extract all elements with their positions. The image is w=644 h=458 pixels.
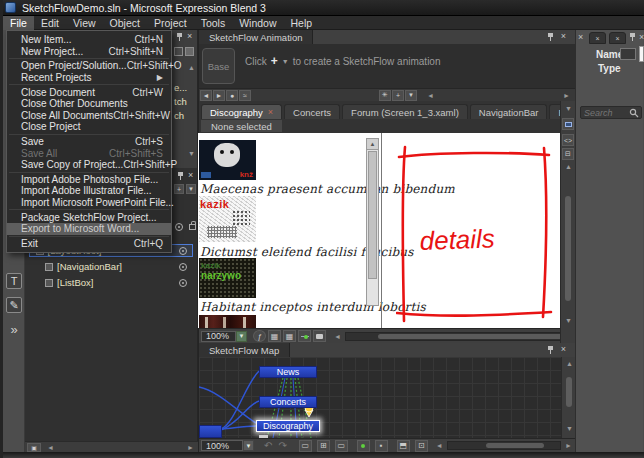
play-icon[interactable]: ►: [213, 90, 225, 101]
menu-view[interactable]: View: [66, 16, 103, 30]
pan-mode-icon[interactable]: [357, 440, 370, 452]
pin-icon[interactable]: [176, 33, 183, 42]
menu-item-close-document[interactable]: Close DocumentCtrl+W: [7, 86, 171, 98]
close-icon[interactable]: ×: [187, 32, 192, 41]
menu-tools[interactable]: Tools: [194, 16, 233, 30]
keyframe-icon[interactable]: ✳: [379, 90, 391, 101]
scroll-left-icon[interactable]: ◄: [334, 333, 341, 340]
dropdown-icon[interactable]: ▼: [186, 184, 196, 194]
menu-window[interactable]: Window: [232, 16, 283, 30]
artboard[interactable]: knž Maecenas praesent accumsan bibendum …: [198, 133, 560, 328]
add-animation-plus-icon[interactable]: +: [271, 54, 278, 68]
close-icon[interactable]: ×: [561, 32, 566, 41]
scrollbar-thumb[interactable]: [378, 334, 568, 339]
layout-grid-icon[interactable]: ⊡: [415, 440, 428, 452]
close-icon[interactable]: ×: [561, 345, 566, 354]
map-node-discography[interactable]: Discography: [256, 420, 320, 432]
effects-toggle-icon[interactable]: ƒ: [253, 330, 266, 342]
tab-concerts[interactable]: Concerts: [284, 104, 340, 119]
scrollbar-thumb[interactable]: [486, 443, 544, 448]
pin-icon[interactable]: [547, 33, 554, 42]
tree-item-listbox[interactable]: [ListBox]: [29, 276, 193, 289]
name-input[interactable]: [620, 48, 636, 60]
menu-project[interactable]: Project: [147, 16, 194, 30]
tab-forum[interactable]: Forum (Screen 1_3.xaml): [342, 104, 468, 119]
close-icon[interactable]: ×: [188, 171, 193, 180]
map-hscrollbar[interactable]: [447, 441, 561, 450]
view-grid-icon[interactable]: [174, 47, 183, 56]
scroll-up-icon[interactable]: ▲: [565, 163, 572, 170]
scroll-left-icon[interactable]: ◄: [436, 442, 443, 449]
map-node-current-partial[interactable]: [199, 425, 222, 438]
scroll-up-icon[interactable]: ▲: [566, 360, 573, 367]
album-thumbnail[interactable]: knž: [199, 140, 256, 180]
scroll-right-icon[interactable]: ►: [187, 444, 194, 451]
layout-horizontal-icon[interactable]: ⬒: [397, 440, 410, 452]
menu-item-exit[interactable]: ExitCtrl+Q: [7, 238, 171, 250]
menu-item-open-project[interactable]: Open Project/Solution...Ctrl+Shift+O: [7, 60, 171, 72]
grid-icon[interactable]: ▦: [268, 330, 281, 342]
text-tool-icon[interactable]: T: [6, 273, 22, 289]
snap-lines-icon[interactable]: [298, 330, 311, 342]
map-panel-tab[interactable]: SketchFlow Map: [199, 343, 290, 357]
undo-icon[interactable]: ↶: [264, 440, 272, 451]
project-file-fragment[interactable]: tch: [174, 96, 187, 107]
storyboard-camera-icon[interactable]: ▣: [27, 443, 41, 452]
artboard-hscrollbar[interactable]: [345, 332, 571, 341]
menu-item-close-all-documents[interactable]: Close All DocumentsCtrl+Shift+W: [7, 110, 171, 122]
menu-item-close-other-documents[interactable]: Close Other Documents: [7, 98, 171, 110]
listbox-scrollbar[interactable]: ▲: [366, 138, 379, 306]
close-tab-icon[interactable]: ×: [268, 107, 273, 117]
annotation-bubble-icon[interactable]: [313, 330, 326, 342]
pin-icon[interactable]: [629, 33, 636, 42]
map-node-news[interactable]: News: [259, 366, 317, 378]
scrollbar-thumb[interactable]: [368, 151, 377, 279]
menu-item-new-item[interactable]: New Item...Ctrl+N: [7, 34, 171, 46]
tree-item-navigationbar[interactable]: [NavigationBar]: [29, 260, 193, 273]
menu-item-package-sketchflow[interactable]: Package SketchFlow Project...: [7, 211, 171, 223]
add-component-screen-icon[interactable]: ⊞: [317, 440, 330, 452]
pin-icon[interactable]: [547, 346, 554, 355]
tab-scroll-icon[interactable]: ▼: [565, 105, 572, 112]
scroll-down-icon[interactable]: ▼: [566, 425, 573, 432]
zoom-dropdown-icon[interactable]: ▼: [243, 440, 254, 451]
scroll-left-icon[interactable]: ◄: [427, 92, 434, 99]
project-file-fragment[interactable]: ch: [174, 110, 184, 121]
scroll-down-icon[interactable]: ▼: [188, 150, 195, 157]
menu-item-recent-projects[interactable]: Recent Projects▶: [7, 72, 171, 84]
menu-item-import-photoshop[interactable]: Import Adobe Photoshop File...: [7, 174, 171, 186]
add-animation-icon[interactable]: +: [174, 184, 184, 194]
album-thumbnail-partial[interactable]: [199, 315, 256, 328]
search-box[interactable]: [580, 106, 642, 119]
map-node-concerts[interactable]: Concerts: [259, 396, 317, 408]
scroll-right-icon[interactable]: ►: [563, 92, 570, 99]
scroll-up-icon[interactable]: ▲: [188, 64, 195, 71]
pin-icon[interactable]: [177, 172, 184, 181]
xaml-view-icon[interactable]: <>: [562, 134, 574, 146]
menu-item-export-to-word[interactable]: Export to Microsoft Word...: [7, 223, 171, 235]
menu-edit[interactable]: Edit: [34, 16, 66, 30]
list-item-caption[interactable]: Habitant inceptos interdum lobortis: [200, 300, 426, 314]
close-icon[interactable]: ×: [578, 33, 583, 42]
panel-tab[interactable]: ×: [589, 32, 606, 44]
album-thumbnail[interactable]: kazik narzywo: [199, 258, 256, 298]
map-canvas[interactable]: News Concerts Discography: [199, 357, 561, 438]
scrollbar-thumb[interactable]: [566, 377, 572, 407]
scroll-down-icon[interactable]: ▼: [565, 317, 572, 324]
eye-icon[interactable]: [179, 247, 187, 255]
add-screen-icon[interactable]: ▭: [299, 440, 312, 452]
menu-item-import-illustrator[interactable]: Import Adobe Illustrator File...: [7, 185, 171, 197]
add-annotation-icon[interactable]: ▭: [335, 440, 348, 452]
eye-icon[interactable]: [179, 279, 187, 287]
zoom-dropdown-icon[interactable]: ▼: [236, 331, 247, 342]
menu-object[interactable]: Object: [103, 16, 147, 30]
go-first-frame-icon[interactable]: ◄: [200, 90, 212, 101]
tab-navigationbar[interactable]: NavigationBar: [470, 104, 548, 119]
map-zoom-combo[interactable]: 100%: [201, 440, 243, 451]
project-file-fragment[interactable]: e...: [174, 82, 187, 93]
scroll-left-icon[interactable]: ◄: [47, 444, 54, 451]
ease-wave-icon[interactable]: ≈: [239, 90, 251, 101]
view-list-icon[interactable]: [185, 47, 194, 56]
menu-item-save-copy-of-project[interactable]: Save Copy of Project...Ctrl+Shift+P: [7, 159, 171, 171]
menu-help[interactable]: Help: [284, 16, 320, 30]
